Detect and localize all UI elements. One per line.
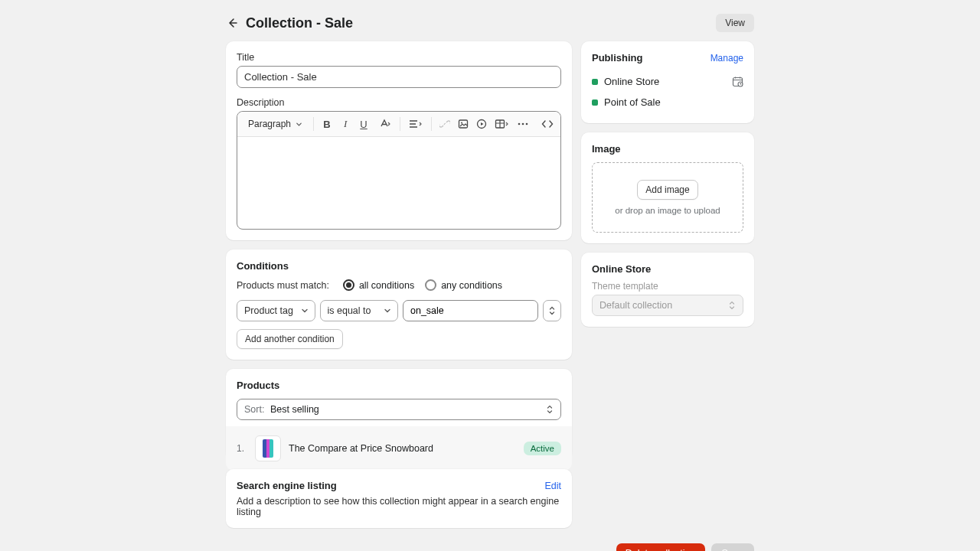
sort-prefix: Sort:	[244, 404, 264, 415]
radio-any-label: any conditions	[441, 280, 502, 291]
seo-heading: Search engine listing	[237, 480, 337, 491]
product-status-badge: Active	[524, 442, 561, 455]
add-image-button[interactable]: Add image	[637, 180, 697, 200]
publishing-channel-pos: Point of Sale	[592, 92, 743, 112]
image-icon[interactable]	[455, 115, 472, 133]
delete-collection-button[interactable]: Delete collection	[616, 543, 705, 551]
products-heading: Products	[237, 380, 561, 391]
italic-icon[interactable]: I	[337, 115, 354, 133]
publishing-manage-link[interactable]: Manage	[710, 53, 743, 64]
toolbar-separator	[400, 117, 400, 131]
description-editor: Paragraph B I U	[237, 111, 561, 230]
underline-icon[interactable]: U	[355, 115, 372, 133]
status-dot-icon	[592, 99, 598, 106]
image-hint: or drop an image to upload	[599, 206, 737, 215]
video-icon[interactable]	[473, 115, 490, 133]
radio-all-label: all conditions	[359, 280, 414, 291]
conditions-heading: Conditions	[237, 260, 561, 272]
back-arrow-icon[interactable]	[226, 17, 238, 29]
condition-operator-value: is equal to	[328, 305, 371, 316]
svg-point-6	[526, 123, 528, 126]
paragraph-style-select[interactable]: Paragraph	[242, 116, 309, 132]
paragraph-style-label: Paragraph	[248, 119, 291, 129]
page-title: Collection - Sale	[246, 15, 353, 31]
theme-template-select: Default collection	[592, 295, 743, 316]
title-card: Title Description Paragraph B I U	[226, 41, 572, 240]
toolbar-separator	[431, 117, 432, 131]
condition-field-select[interactable]: Product tag	[237, 300, 315, 321]
image-card: Image Add image or drop an image to uplo…	[581, 132, 754, 243]
match-label: Products must match:	[237, 280, 329, 291]
more-icon[interactable]	[514, 115, 531, 133]
svg-point-5	[522, 123, 524, 126]
theme-template-label: Theme template	[592, 281, 743, 292]
products-sort-select[interactable]: Sort: Best selling	[237, 399, 561, 420]
view-button[interactable]: View	[716, 14, 754, 32]
publishing-card: Publishing Manage Online Store Point	[581, 41, 754, 123]
radio-any-condition[interactable]: any conditions	[425, 279, 502, 291]
publishing-channel-online-store: Online Store	[592, 71, 743, 92]
calendar-icon[interactable]	[732, 76, 743, 87]
condition-operator-select[interactable]: is equal to	[320, 300, 399, 321]
product-name: The Compare at Price Snowboard	[289, 443, 516, 454]
save-button: Save	[711, 543, 755, 551]
condition-value-input[interactable]	[403, 300, 538, 321]
image-heading: Image	[592, 143, 743, 155]
seo-edit-link[interactable]: Edit	[544, 481, 561, 491]
svg-point-1	[461, 122, 462, 124]
product-row[interactable]: 1. The Compare at Price Snowboard Active	[226, 426, 572, 471]
online-store-heading: Online Store	[592, 263, 743, 275]
online-store-card: Online Store Theme template Default coll…	[581, 253, 754, 327]
code-view-icon[interactable]	[539, 115, 556, 133]
radio-all-conditions[interactable]: all conditions	[343, 279, 414, 291]
seo-description: Add a description to see how this collec…	[237, 496, 561, 517]
title-input[interactable]	[237, 66, 561, 88]
table-icon[interactable]	[492, 115, 513, 133]
seo-card: Search engine listing Edit Add a descrip…	[226, 469, 572, 528]
toolbar-separator	[313, 117, 314, 131]
bold-icon[interactable]: B	[318, 115, 335, 133]
svg-point-4	[518, 123, 521, 126]
channel-name: Point of Sale	[604, 96, 661, 108]
product-thumbnail	[255, 435, 281, 461]
description-label: Description	[237, 97, 561, 108]
link-icon	[436, 115, 453, 133]
svg-rect-0	[459, 120, 468, 128]
theme-template-value: Default collection	[599, 300, 672, 311]
description-textarea[interactable]	[237, 137, 560, 229]
text-color-icon[interactable]	[374, 115, 395, 133]
status-dot-icon	[592, 79, 598, 85]
publishing-heading: Publishing	[592, 52, 642, 64]
product-index: 1.	[237, 443, 247, 454]
products-card: Products Sort: Best selling 1. The Compa…	[226, 369, 572, 460]
add-condition-button[interactable]: Add another condition	[237, 329, 343, 349]
channel-name: Online Store	[604, 76, 659, 87]
condition-reorder-button[interactable]	[543, 300, 561, 321]
sort-value: Best selling	[270, 404, 319, 415]
title-label: Title	[237, 52, 561, 63]
align-icon[interactable]	[405, 115, 426, 133]
condition-field-value: Product tag	[244, 305, 293, 316]
image-dropzone[interactable]: Add image or drop an image to upload	[592, 162, 743, 233]
conditions-card: Conditions Products must match: all cond…	[226, 249, 572, 360]
